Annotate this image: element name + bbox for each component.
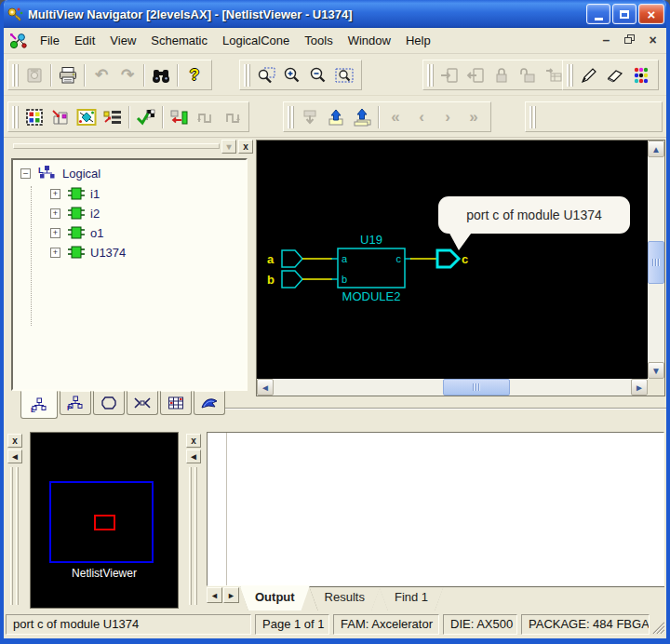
module-name[interactable]: MODULE2 <box>342 289 401 303</box>
tab-results[interactable]: Results <box>310 587 380 610</box>
expand-toggle[interactable]: + <box>50 189 60 199</box>
design-check-button[interactable] <box>133 104 159 130</box>
tab-output[interactable]: Output <box>240 586 310 610</box>
menu-edit[interactable]: Edit <box>67 30 102 51</box>
floorplan-button[interactable] <box>47 104 74 130</box>
toolbar-drag-handle[interactable] <box>12 64 19 87</box>
history-forward-button[interactable]: › <box>435 104 461 130</box>
tab-logical-hierarchy[interactable]: L <box>20 391 58 419</box>
zoom-in-button[interactable] <box>279 62 305 88</box>
resize-grip[interactable] <box>650 620 664 634</box>
log-panel-close-button[interactable]: x <box>186 434 201 448</box>
tab-scroll-right-button[interactable]: ► <box>223 587 239 603</box>
tree-node-o1[interactable]: + o1 <box>50 223 103 242</box>
tree-node-u1374[interactable]: + U1374 <box>50 243 126 262</box>
tree-node-label[interactable]: Logical <box>62 167 100 181</box>
mdi-close-button[interactable]: × <box>643 31 663 48</box>
back-annotate-button[interactable] <box>167 104 193 130</box>
mdi-restore-button[interactable] <box>620 31 639 48</box>
print-button[interactable] <box>55 62 81 88</box>
chip-planner-button[interactable] <box>74 104 100 130</box>
tab-die-view[interactable] <box>127 391 158 415</box>
scroll-down-button[interactable]: ▼ <box>648 362 664 379</box>
panel-drag-handle[interactable] <box>16 467 19 605</box>
expand-toggle[interactable]: + <box>50 248 60 258</box>
zoom-select-button[interactable] <box>253 62 279 88</box>
module-u19-symbol[interactable] <box>338 248 405 288</box>
unroute-net-button[interactable] <box>193 104 219 130</box>
port-b-label[interactable]: b <box>267 273 275 287</box>
port-c-label[interactable]: c <box>462 252 468 266</box>
draw-button[interactable] <box>576 62 602 88</box>
toolbar-drag-handle[interactable] <box>12 106 19 128</box>
die-view-button[interactable] <box>21 104 47 130</box>
color-settings-button[interactable] <box>628 62 654 88</box>
find-button[interactable] <box>148 62 174 88</box>
toolbar-drag-handle[interactable] <box>244 64 250 87</box>
lock-button[interactable] <box>489 62 515 88</box>
tab-find-1[interactable]: Find 1 <box>380 587 443 610</box>
expand-toggle[interactable]: + <box>50 228 60 238</box>
panel-drag-handle[interactable] <box>13 143 220 149</box>
expand-toggle[interactable]: + <box>50 208 60 219</box>
world-view-close-button[interactable]: x <box>7 434 22 448</box>
toolbar-drag-handle[interactable] <box>288 106 294 128</box>
menu-window[interactable]: Window <box>341 30 398 51</box>
log-panel-collapse-button[interactable]: ◄ <box>186 449 201 463</box>
schematic-vertical-scrollbar[interactable]: ▲ ▼ <box>648 141 664 379</box>
pop-top-level-button[interactable] <box>349 104 375 130</box>
push-down-level-button[interactable] <box>297 104 323 130</box>
toolbar-drag-handle[interactable] <box>427 64 434 87</box>
help-button[interactable]: ? <box>181 62 208 88</box>
pop-out-button[interactable] <box>462 62 489 88</box>
history-first-button[interactable]: « <box>382 104 409 130</box>
history-last-button[interactable]: » <box>461 104 487 130</box>
panel-drag-handle[interactable] <box>189 467 192 605</box>
menu-tools[interactable]: Tools <box>297 30 340 51</box>
world-view-canvas[interactable]: NetlistViewer <box>30 432 179 609</box>
scroll-up-button[interactable]: ▲ <box>648 141 664 157</box>
zoom-out-button[interactable] <box>305 62 331 88</box>
tab-pin-grid[interactable] <box>160 391 192 415</box>
history-back-button[interactable]: ‹ <box>409 104 435 130</box>
tree-node-logical[interactable]: – L Logical <box>20 164 100 182</box>
tree-node-label[interactable]: i2 <box>90 207 100 221</box>
push-in-button[interactable] <box>436 62 462 88</box>
collapse-toggle[interactable]: – <box>20 168 31 179</box>
input-port-a-symbol[interactable] <box>282 250 302 267</box>
panel-drag-handle[interactable] <box>194 467 197 605</box>
output-port-c-symbol[interactable] <box>437 250 459 267</box>
world-view-viewport-rect[interactable] <box>94 515 115 530</box>
hierarchy-panel-close-button[interactable]: x <box>238 140 253 154</box>
tab-nets[interactable] <box>93 391 125 415</box>
instance-name[interactable]: U19 <box>360 233 382 247</box>
world-view-collapse-button[interactable]: ◄ <box>7 449 22 463</box>
erase-button[interactable] <box>602 62 628 88</box>
vertical-scroll-thumb[interactable] <box>648 241 664 284</box>
tree-node-i1[interactable]: + i1 <box>50 184 100 203</box>
undo-button[interactable]: ↶ <box>88 62 114 88</box>
panel-menu-button[interactable]: ▾ <box>221 140 236 154</box>
unlock-button[interactable] <box>515 62 541 88</box>
unroute-all-button[interactable] <box>219 104 245 130</box>
menu-file[interactable]: File <box>33 30 67 51</box>
pop-up-level-button[interactable] <box>323 104 349 130</box>
port-a-label[interactable]: a <box>267 252 275 266</box>
menu-logicalcone[interactable]: LogicalCone <box>215 30 297 51</box>
menu-help[interactable]: Help <box>398 30 438 51</box>
netlist-viewer-button[interactable] <box>100 104 126 130</box>
tab-package[interactable] <box>194 391 225 415</box>
scroll-right-button[interactable]: ► <box>631 379 648 396</box>
minimize-button[interactable] <box>586 4 610 24</box>
panel-drag-handle[interactable] <box>10 467 13 605</box>
tree-node-i2[interactable]: + i2 <box>50 204 100 222</box>
input-port-b-symbol[interactable] <box>282 271 302 288</box>
schematic-horizontal-scrollbar[interactable]: ◄ ► <box>257 379 648 396</box>
menu-view[interactable]: View <box>102 30 143 51</box>
maximize-button[interactable] <box>612 4 636 24</box>
tab-physical-hierarchy[interactable]: P <box>60 391 91 415</box>
redo-button[interactable]: ↷ <box>114 62 141 88</box>
log-output-area[interactable] <box>207 432 664 586</box>
toolbar-drag-handle[interactable] <box>567 64 573 87</box>
horizontal-scroll-thumb[interactable] <box>443 379 510 396</box>
